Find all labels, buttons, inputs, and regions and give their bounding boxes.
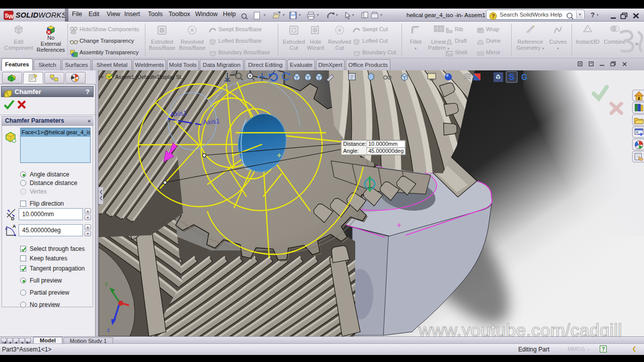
svg-text:A: A	[13, 224, 16, 229]
svg-text:Axis1: Axis1	[203, 117, 220, 126]
svg-text:10.0000mm: 10.0000mm	[368, 141, 397, 147]
svg-text:S: S	[509, 72, 514, 82]
svg-text:Angle:: Angle:	[343, 148, 359, 154]
svg-text:D: D	[11, 216, 15, 221]
svg-text:y: y	[105, 281, 108, 287]
svg-text:45.000000deg: 45.000000deg	[368, 148, 404, 154]
svg-text:G: G	[521, 73, 527, 81]
svg-text:+: +	[101, 74, 104, 80]
svg-text:Distance:: Distance:	[343, 141, 366, 147]
svg-text:z: z	[107, 327, 110, 333]
svg-text:Axis1: Axis1	[170, 109, 187, 118]
svg-text:Assem1 (Default<Display St...: Assem1 (Default<Display St...	[115, 74, 186, 80]
